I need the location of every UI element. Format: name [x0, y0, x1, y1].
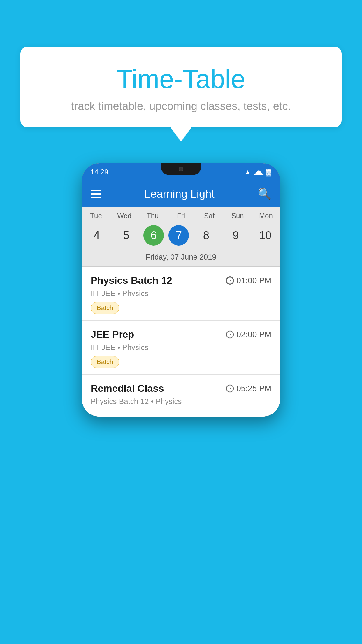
calendar-day-headers: Tue Wed Thu Fri Sat Sun Mon — [82, 207, 280, 223]
schedule-time-text-2: 02:00 PM — [236, 330, 271, 339]
schedule-subtitle-3: Physics Batch 12 • Physics — [91, 397, 271, 406]
date-6-today[interactable]: 6 — [143, 225, 164, 246]
schedule-time-text-3: 05:25 PM — [236, 384, 271, 393]
date-7-selected[interactable]: 7 — [168, 225, 189, 246]
search-icon[interactable]: 🔍 — [258, 188, 271, 200]
schedule-subtitle-1: IIT JEE • Physics — [91, 289, 271, 298]
date-9[interactable]: 9 — [223, 225, 248, 246]
phone-frame: 14:29 ▲ ◢◣ ▓ Learning Light 🔍 — [82, 163, 280, 416]
clock-icon-2 — [226, 330, 234, 339]
date-4[interactable]: 4 — [84, 225, 109, 246]
app-bar: Learning Light 🔍 — [82, 181, 280, 207]
date-5[interactable]: 5 — [114, 225, 139, 246]
phone-notch — [161, 163, 201, 175]
schedule-title-1: Physics Batch 12 — [91, 275, 172, 286]
day-tue: Tue — [84, 212, 108, 220]
hamburger-menu-icon[interactable] — [91, 190, 101, 198]
wifi-icon: ▲ — [244, 168, 251, 176]
clock-icon-3 — [226, 384, 234, 393]
date-10[interactable]: 10 — [253, 225, 278, 246]
schedule-list: Physics Batch 12 01:00 PM — [82, 267, 280, 416]
schedule-badge-1: Batch — [91, 302, 119, 314]
day-mon: Mon — [254, 212, 278, 220]
phone-container: 14:29 ▲ ◢◣ ▓ Learning Light 🔍 — [82, 163, 280, 416]
day-sun: Sun — [225, 212, 250, 220]
schedule-item-1-header: Physics Batch 12 01:00 PM — [91, 275, 271, 286]
schedule-time-text-1: 01:00 PM — [236, 276, 271, 285]
schedule-subtitle-2: IIT JEE • Physics — [91, 343, 271, 352]
speech-bubble: Time-Table track timetable, upcoming cla… — [20, 47, 342, 127]
schedule-badge-2: Batch — [91, 356, 119, 368]
front-camera — [179, 167, 183, 172]
battery-icon: ▓ — [266, 168, 272, 176]
date-8[interactable]: 8 — [194, 225, 219, 246]
signal-icon: ◢◣ — [254, 168, 264, 176]
clock-icon-1 — [226, 276, 234, 285]
schedule-item-1[interactable]: Physics Batch 12 01:00 PM — [82, 267, 280, 321]
app-bar-title: Learning Light — [144, 188, 215, 200]
schedule-item-3-header: Remedial Class 05:25 PM — [91, 383, 271, 394]
speech-bubble-container: Time-Table track timetable, upcoming cla… — [20, 47, 342, 127]
schedule-title-2: JEE Prep — [91, 329, 134, 340]
selected-date-label: Friday, 07 June 2019 — [82, 251, 280, 267]
schedule-item-2[interactable]: JEE Prep 02:00 PM — [82, 321, 280, 374]
calendar: Tue Wed Thu Fri Sat Sun Mon 4 5 6 7 8 9 … — [82, 207, 280, 267]
schedule-item-2-header: JEE Prep 02:00 PM — [91, 329, 271, 340]
status-time: 14:29 — [91, 168, 108, 176]
app-subtitle: track timetable, upcoming classes, tests… — [32, 100, 330, 113]
schedule-time-3: 05:25 PM — [226, 384, 271, 393]
day-fri: Fri — [168, 212, 193, 220]
day-thu: Thu — [140, 212, 165, 220]
schedule-title-3: Remedial Class — [91, 383, 164, 394]
phone-screen: 14:29 ▲ ◢◣ ▓ Learning Light 🔍 — [82, 163, 280, 416]
schedule-item-3[interactable]: Remedial Class 05:25 PM — [82, 374, 280, 416]
status-icons: ▲ ◢◣ ▓ — [244, 168, 271, 176]
day-wed: Wed — [112, 212, 137, 220]
calendar-date-row: 4 5 6 7 8 9 10 — [82, 223, 280, 251]
schedule-time-2: 02:00 PM — [226, 330, 271, 339]
app-title: Time-Table — [32, 64, 330, 94]
day-sat: Sat — [197, 212, 222, 220]
schedule-time-1: 01:00 PM — [226, 276, 271, 285]
